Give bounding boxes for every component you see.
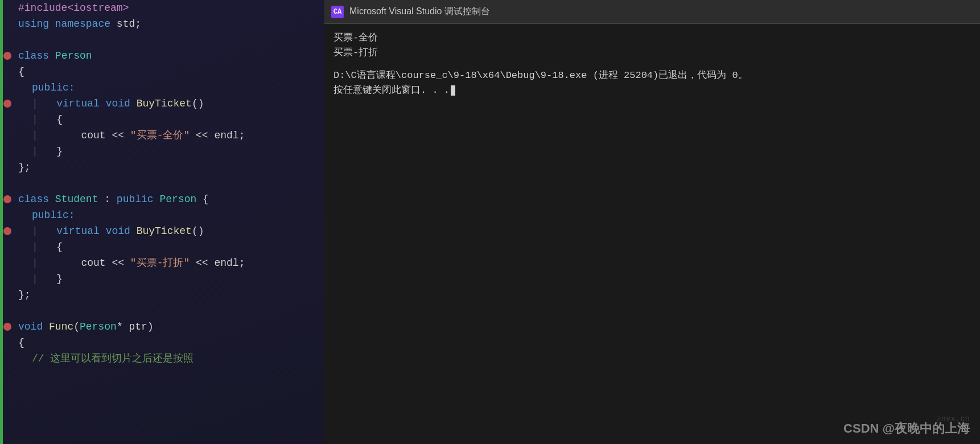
code-line-4: class Person xyxy=(0,48,324,64)
code-line-18: | } xyxy=(0,271,324,287)
line-text-1: #include<iostream> xyxy=(16,0,129,16)
code-line-15: | virtual void BuyTicket() xyxy=(0,223,324,239)
console-output-1: 买票-全价 xyxy=(333,31,971,46)
line-text-14: public: xyxy=(16,207,75,223)
console-empty-line xyxy=(333,60,971,68)
code-line-17: | cout << "买票-打折" << endl; xyxy=(0,255,324,271)
code-line-2: using namespace std; xyxy=(0,16,324,32)
line-text-19: }; xyxy=(16,287,31,303)
code-line-14: public: xyxy=(0,207,324,223)
line-text-5: { xyxy=(16,64,24,80)
code-content: #include<iostream> using namespace std; … xyxy=(0,0,324,367)
line-text-18: | } xyxy=(16,271,63,287)
code-line-22: { xyxy=(0,335,324,351)
line-text-22: { xyxy=(16,335,24,351)
code-line-10: | } xyxy=(0,143,324,159)
editor-left-border xyxy=(0,0,3,444)
line-text-6: public: xyxy=(16,80,75,96)
console-output-2: 买票-打折 xyxy=(333,46,971,60)
debug-console: CA Microsoft Visual Studio 调试控制台 买票-全价 买… xyxy=(324,0,980,444)
code-line-19: }; xyxy=(0,287,324,303)
code-line-9: | cout << "买票-全价" << endl; xyxy=(0,128,324,143)
line-text-2: using namespace std; xyxy=(16,16,141,32)
line-text-17: | cout << "买票-打折" << endl; xyxy=(16,255,245,271)
line-text-8: | { xyxy=(16,112,63,128)
vs-icon-text: CA xyxy=(333,8,341,16)
code-line-7: | virtual void BuyTicket() xyxy=(0,96,324,112)
line-text-9: | cout << "买票-全价" << endl; xyxy=(16,128,245,143)
code-line-16: | { xyxy=(0,239,324,255)
line-text-13: class Student : public Person { xyxy=(16,191,209,207)
console-body: 买票-全价 买票-打折 D:\C语言课程\course_c\9-18\x64\D… xyxy=(324,24,980,444)
code-line-8: | { xyxy=(0,112,324,128)
cursor xyxy=(451,85,455,96)
code-editor: #include<iostream> using namespace std; … xyxy=(0,0,324,444)
console-title: Microsoft Visual Studio 调试控制台 xyxy=(349,6,490,18)
code-line-5: { xyxy=(0,64,324,80)
code-line-12 xyxy=(0,175,324,191)
code-line-3 xyxy=(0,32,324,48)
vs-icon: CA xyxy=(331,6,344,18)
line-text-16: | { xyxy=(16,239,63,255)
code-line-1: #include<iostream> xyxy=(0,0,324,16)
console-output-4: 按任意键关闭此窗口. . . xyxy=(333,83,971,98)
console-output-3: D:\C语言课程\course_c\9-18\x64\Debug\9-18.ex… xyxy=(333,68,971,83)
line-text-23: // 这里可以看到切片之后还是按照 xyxy=(16,351,193,367)
line-text-7: | virtual void BuyTicket() xyxy=(16,96,204,112)
watermark-sub: znvx.cn xyxy=(936,414,970,424)
code-line-13: class Student : public Person { xyxy=(0,191,324,207)
line-text-4: class Person xyxy=(16,48,92,64)
code-line-6: public: xyxy=(0,80,324,96)
code-line-21: void Func(Person* ptr) xyxy=(0,319,324,335)
code-line-11: }; xyxy=(0,159,324,175)
code-line-23: // 这里可以看到切片之后还是按照 xyxy=(0,351,324,367)
line-text-10: | } xyxy=(16,143,63,159)
line-text-11: }; xyxy=(16,159,31,175)
console-titlebar: CA Microsoft Visual Studio 调试控制台 xyxy=(324,0,980,24)
line-text-15: | virtual void BuyTicket() xyxy=(16,223,204,239)
code-line-20 xyxy=(0,303,324,319)
line-text-21: void Func(Person* ptr) xyxy=(16,319,154,335)
